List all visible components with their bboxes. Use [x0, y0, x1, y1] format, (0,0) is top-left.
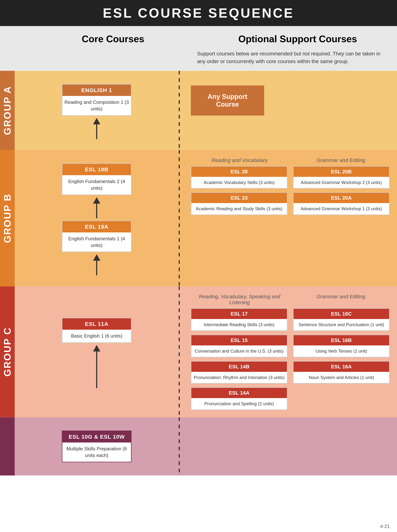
arrow-a-to-b: [93, 118, 100, 139]
group-b-support-grid: ESL 28 Academic Vocabulary Skills (3 uni…: [191, 166, 390, 215]
group-c-left-header: Reading, Vocabulary, Speaking and Listen…: [191, 294, 288, 305]
footer-note: 4-21: [380, 524, 390, 529]
core-col-header: Core Courses: [14, 33, 186, 44]
esl17-title: ESL 17: [191, 309, 287, 319]
esl19b-title: ESL 19B: [62, 164, 131, 175]
arrow-c-to-d: [93, 345, 100, 388]
esl19a-title: ESL 19A: [62, 221, 131, 232]
esl16a-box: ESL 16A Noun System and Articles (1 unit…: [293, 361, 390, 384]
esl20b-desc: Advanced Grammar Workshop 2 (3 units): [293, 177, 389, 188]
footer: 4-21: [0, 521, 397, 532]
optional-subtext-row: Support courses below are recommended bu…: [0, 48, 397, 71]
esl11a-box: ESL 11A Basic English 1 (6 units): [62, 318, 131, 343]
group-d-optional: [180, 417, 397, 476]
group-c-label: GROUP C: [0, 286, 15, 417]
esl14b-box: ESL 14B Pronunciation: Rhythm and Intona…: [191, 361, 287, 384]
esl20a-desc: Advanced Grammar Workshop 1 (3 units): [293, 203, 389, 214]
esl16a-title: ESL 16A: [293, 362, 389, 372]
esl20a-box: ESL 20A Advanced Grammar Workshop 1 (3 u…: [293, 192, 390, 215]
group-d-row: ESL 10G & ESL 10W Multiple Skills Prepar…: [0, 417, 397, 476]
english1-box: ENGLISH 1 Reading and Composition 1 (3 u…: [62, 84, 131, 116]
esl19b-desc: English Fundamentals 2 (4 units): [62, 175, 131, 194]
esl28-box: ESL 28 Academic Vocabulary Skills (3 uni…: [191, 166, 287, 189]
esl16c-box: ESL 16C Sentence Structure and Punctuati…: [293, 308, 390, 331]
group-c-left-col: ESL 17 Intermediate Reading Skills (3 un…: [191, 308, 287, 410]
group-c-row: GROUP C ESL 11A Basic English 1 (6 units…: [0, 286, 397, 417]
esl11a-title: ESL 11A: [62, 318, 131, 330]
esl16c-desc: Sentence Structure and Punctuation (1 un…: [293, 319, 389, 330]
group-c-support-grid: ESL 17 Intermediate Reading Skills (3 un…: [191, 308, 390, 410]
page-title: ESL COURSE SEQUENCE: [0, 6, 397, 21]
arrowline: [96, 261, 97, 275]
arrowline: [96, 204, 97, 218]
group-b-left-header: Reading and Vocabulary: [191, 157, 288, 163]
page-header: ESL COURSE SEQUENCE: [0, 0, 397, 26]
group-c-optional: Reading, Vocabulary, Speaking and Listen…: [180, 286, 397, 417]
esl11a-desc: Basic English 1 (6 units): [62, 330, 131, 342]
optional-description: Support courses below are recommended bu…: [186, 50, 397, 65]
esl19a-desc: English Fundamentals 1 (4 units): [62, 232, 131, 252]
esl14a-title: ESL 14A: [191, 388, 287, 398]
esl14b-title: ESL 14B: [191, 362, 287, 372]
arrowhead: [93, 345, 100, 352]
esl15-box: ESL 15 Conversation and Culture in the U…: [191, 335, 287, 357]
esl10-title: ESL 10G & ESL 10W: [62, 431, 131, 442]
arrowline: [96, 124, 97, 139]
esl15-desc: Conversation and Culture in the U.S. (3 …: [191, 346, 287, 357]
group-b-right-col: ESL 20B Advanced Grammar Workshop 2 (3 u…: [293, 166, 390, 215]
arrow-b-to-c: [93, 254, 100, 275]
group-b-core: ESL 19B English Fundamentals 2 (4 units)…: [15, 150, 179, 287]
group-c-support-headers: Reading, Vocabulary, Speaking and Listen…: [191, 294, 390, 305]
esl16c-title: ESL 16C: [293, 309, 389, 319]
esl20b-title: ESL 20B: [293, 167, 389, 177]
esl16b-desc: Using Verb Tenses (1 unit): [293, 346, 389, 357]
esl16b-title: ESL 16B: [293, 335, 389, 346]
group-b-row: GROUP B ESL 19B English Fundamentals 2 (…: [0, 150, 397, 287]
esl19a-box: ESL 19A English Fundamentals 1 (4 units): [62, 221, 131, 252]
groups-container: GROUP A ENGLISH 1 Reading and Compositio…: [0, 71, 397, 521]
group-b-label: GROUP B: [0, 150, 15, 287]
optional-col-header: Optional Support Courses: [187, 33, 397, 44]
esl17-box: ESL 17 Intermediate Reading Skills (3 un…: [191, 308, 287, 331]
group-d-core: ESL 10G & ESL 10W Multiple Skills Prepar…: [15, 417, 179, 476]
group-c-core: ESL 11A Basic English 1 (6 units): [15, 286, 179, 417]
group-a-label: GROUP A: [0, 71, 15, 150]
esl23-box: ESL 23 Academic Reading and Study Skills…: [191, 192, 287, 215]
esl20a-title: ESL 20A: [293, 193, 389, 203]
group-a-core: ENGLISH 1 Reading and Composition 1 (3 u…: [15, 71, 179, 150]
group-c-right-col: ESL 16C Sentence Structure and Punctuati…: [293, 308, 390, 410]
esl28-desc: Academic Vocabulary Skills (3 units): [191, 177, 287, 188]
group-b-core-stack: ESL 19B English Fundamentals 2 (4 units)…: [22, 161, 171, 276]
esl23-desc: Academic Reading and Study Skills (3 uni…: [191, 203, 287, 214]
esl23-title: ESL 23: [191, 193, 287, 203]
any-support-box: Any Support Course: [191, 86, 264, 116]
esl16b-box: ESL 16B Using Verb Tenses (1 unit): [293, 335, 390, 357]
column-headers: Core Courses Optional Support Courses: [0, 26, 397, 48]
group-b-support-headers: Reading and Vocabulary Grammar and Editi…: [191, 157, 390, 163]
esl10-box: ESL 10G & ESL 10W Multiple Skills Prepar…: [62, 431, 131, 462]
english1-desc: Reading and Composition 1 (3 units): [62, 96, 131, 115]
arrowline: [96, 352, 97, 388]
group-b-right-header: Grammar and Editing: [292, 157, 390, 163]
group-a-optional: Any Support Course: [180, 71, 397, 150]
group-b-optional: Reading and Vocabulary Grammar and Editi…: [180, 150, 397, 287]
esl10-desc: Multiple Skills Preparation (6 units eac…: [62, 442, 131, 462]
english1-title: ENGLISH 1: [62, 85, 131, 96]
arrowhead: [93, 118, 100, 124]
page: ESL COURSE SEQUENCE Core Courses Optiona…: [0, 0, 397, 532]
group-b-left-col: ESL 28 Academic Vocabulary Skills (3 uni…: [191, 166, 287, 215]
group-d-label: [0, 417, 15, 476]
esl14a-box: ESL 14A Pronunciation and Spelling (2 un…: [191, 387, 287, 410]
esl14a-desc: Pronunciation and Spelling (2 units): [191, 398, 287, 409]
arrow-19a-to-19b: [93, 197, 100, 218]
esl14b-desc: Pronunciation: Rhythm and Intonation (3 …: [191, 372, 287, 383]
arrowhead: [93, 254, 100, 261]
esl16a-desc: Noun System and Articles (1 unit): [293, 372, 389, 383]
group-c-core-stack: ESL 11A Basic English 1 (6 units): [22, 315, 171, 388]
esl28-title: ESL 28: [191, 167, 287, 177]
esl19b-box: ESL 19B English Fundamentals 2 (4 units): [62, 163, 131, 195]
group-c-right-header: Grammar and Editing: [292, 294, 390, 305]
group-a-row: GROUP A ENGLISH 1 Reading and Compositio…: [0, 71, 397, 150]
esl17-desc: Intermediate Reading Skills (3 units): [191, 319, 287, 330]
arrowhead: [93, 197, 100, 204]
